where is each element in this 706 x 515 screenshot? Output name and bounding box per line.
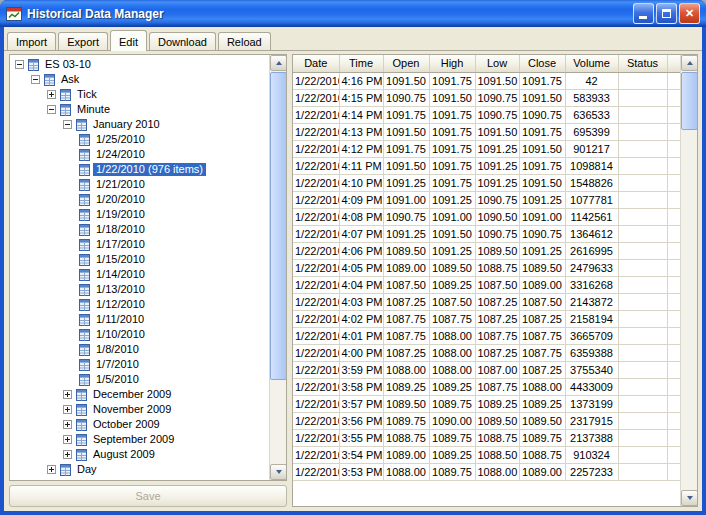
tree-item[interactable]: 1/12/2010 [10,297,269,312]
grid-cell[interactable]: 1089.00 [519,276,565,293]
grid-row[interactable]: 1/22/20104:09 PM1091.001091.251090.75109… [293,191,680,208]
grid-cell[interactable]: 1089.00 [383,446,429,463]
grid-cell[interactable]: 1088.00 [429,327,475,344]
grid-cell[interactable]: 1/22/2010 [293,191,339,208]
tree-item[interactable]: 1/21/2010 [10,177,269,192]
grid-cell[interactable]: 1090.75 [475,106,519,123]
grid-cell[interactable]: 1087.25 [383,293,429,310]
grid-cell[interactable]: 1089.75 [429,429,475,446]
grid-row[interactable]: 1/22/20103:56 PM1089.751090.001089.50108… [293,412,680,429]
grid-cell[interactable]: 1364612 [565,225,618,242]
grid-cell[interactable]: 1/22/2010 [293,106,339,123]
grid-cell[interactable]: 1091.50 [383,157,429,174]
grid-cell[interactable]: 1/22/2010 [293,72,339,89]
column-header-close[interactable]: Close [519,55,565,72]
grid-cell[interactable]: 2616995 [565,242,618,259]
tab-download[interactable]: Download [149,32,216,50]
grid-cell[interactable]: 1091.25 [519,191,565,208]
tree-item[interactable]: 1/24/2010 [10,147,269,162]
expand-icon[interactable] [63,420,72,429]
tree-item[interactable]: 1/7/2010 [10,357,269,372]
grid-cell[interactable]: 1088.00 [475,463,519,480]
grid-cell[interactable] [618,225,667,242]
grid-row[interactable]: 1/22/20104:01 PM1087.751088.001087.75108… [293,327,680,344]
grid-cell[interactable]: 4:16 PM [339,72,383,89]
grid-cell[interactable]: 1089.50 [475,412,519,429]
grid-cell[interactable]: 1089.50 [475,242,519,259]
grid-cell[interactable] [618,310,667,327]
grid-cell[interactable]: 1091.25 [519,242,565,259]
grid-cell[interactable]: 1/22/2010 [293,157,339,174]
grid-cell[interactable]: 1/22/2010 [293,89,339,106]
grid-cell[interactable]: 2479633 [565,259,618,276]
tree-item[interactable]: August 2009 [10,447,269,462]
grid-cell[interactable]: 1087.75 [383,327,429,344]
grid-cell[interactable] [618,293,667,310]
grid-cell[interactable]: 1077781 [565,191,618,208]
grid-row[interactable]: 1/22/20104:12 PM1091.751091.751091.25109… [293,140,680,157]
grid-cell[interactable]: 1087.50 [475,276,519,293]
grid-row[interactable]: 1/22/20104:00 PM1087.251088.001087.25108… [293,344,680,361]
close-button[interactable]: ✕ [679,3,700,24]
grid-cell[interactable]: 1089.25 [383,378,429,395]
grid-cell[interactable]: 1087.75 [475,378,519,395]
tree-item[interactable]: 1/13/2010 [10,282,269,297]
grid-cell[interactable]: 4:09 PM [339,191,383,208]
tree-item[interactable]: 1/15/2010 [10,252,269,267]
grid-cell[interactable]: 6359388 [565,344,618,361]
grid-cell[interactable]: 1089.25 [519,395,565,412]
grid-cell[interactable]: 1091.25 [475,157,519,174]
tree-scrollbar[interactable] [269,55,286,480]
grid-cell[interactable]: 1091.75 [429,106,475,123]
column-header-date[interactable]: Date [293,55,339,72]
tree-item[interactable]: 1/10/2010 [10,327,269,342]
grid-cell[interactable]: 1091.50 [475,72,519,89]
tree-item[interactable]: September 2009 [10,432,269,447]
grid-cell[interactable]: 1087.50 [519,293,565,310]
grid-cell[interactable]: 1087.25 [519,310,565,327]
grid-cell[interactable] [618,123,667,140]
grid-row[interactable]: 1/22/20103:58 PM1089.251089.251087.75108… [293,378,680,395]
grid-row[interactable]: 1/22/20104:04 PM1087.501089.251087.50108… [293,276,680,293]
grid-cell[interactable]: 3755340 [565,361,618,378]
grid-cell[interactable]: 1/22/2010 [293,293,339,310]
tree-item[interactable]: 1/19/2010 [10,207,269,222]
grid-cell[interactable] [618,106,667,123]
grid-cell[interactable]: 1091.75 [383,140,429,157]
grid-cell[interactable]: 1091.25 [429,191,475,208]
grid-cell[interactable]: 1091.75 [429,174,475,191]
grid-cell[interactable]: 4:14 PM [339,106,383,123]
maximize-button[interactable] [656,3,677,24]
grid-row[interactable]: 1/22/20103:53 PM1088.001089.751088.00108… [293,463,680,480]
grid-cell[interactable]: 1091.75 [429,140,475,157]
grid-cell[interactable]: 1091.75 [519,157,565,174]
expand-icon[interactable] [63,390,72,399]
grid-cell[interactable]: 3:55 PM [339,429,383,446]
tree-item[interactable]: 1/8/2010 [10,342,269,357]
grid-cell[interactable]: 1088.00 [429,361,475,378]
grid-cell[interactable]: 1087.25 [475,344,519,361]
grid-row[interactable]: 1/22/20104:13 PM1091.501091.751091.50109… [293,123,680,140]
grid-cell[interactable]: 42 [565,72,618,89]
grid-cell[interactable]: 4:03 PM [339,293,383,310]
grid-row[interactable]: 1/22/20103:59 PM1088.001088.001087.00108… [293,361,680,378]
grid-cell[interactable]: 1091.50 [519,89,565,106]
grid-cell[interactable]: 1/22/2010 [293,395,339,412]
grid-cell[interactable]: 1091.50 [429,89,475,106]
tree-item[interactable]: 1/14/2010 [10,267,269,282]
grid-cell[interactable]: 4433009 [565,378,618,395]
grid-cell[interactable]: 1089.50 [519,412,565,429]
grid-cell[interactable]: 1/22/2010 [293,344,339,361]
grid-cell[interactable]: 1090.75 [475,191,519,208]
grid-cell[interactable]: 1089.75 [519,429,565,446]
grid-cell[interactable]: 3665709 [565,327,618,344]
grid-cell[interactable]: 1088.50 [475,446,519,463]
grid-cell[interactable]: 1/22/2010 [293,208,339,225]
grid-cell[interactable]: 1087.25 [383,344,429,361]
grid-cell[interactable]: 4:08 PM [339,208,383,225]
grid-cell[interactable]: 1091.75 [429,157,475,174]
grid-cell[interactable]: 1098814 [565,157,618,174]
grid-cell[interactable] [618,361,667,378]
grid-row[interactable]: 1/22/20104:11 PM1091.501091.751091.25109… [293,157,680,174]
grid-cell[interactable]: 1087.75 [429,310,475,327]
